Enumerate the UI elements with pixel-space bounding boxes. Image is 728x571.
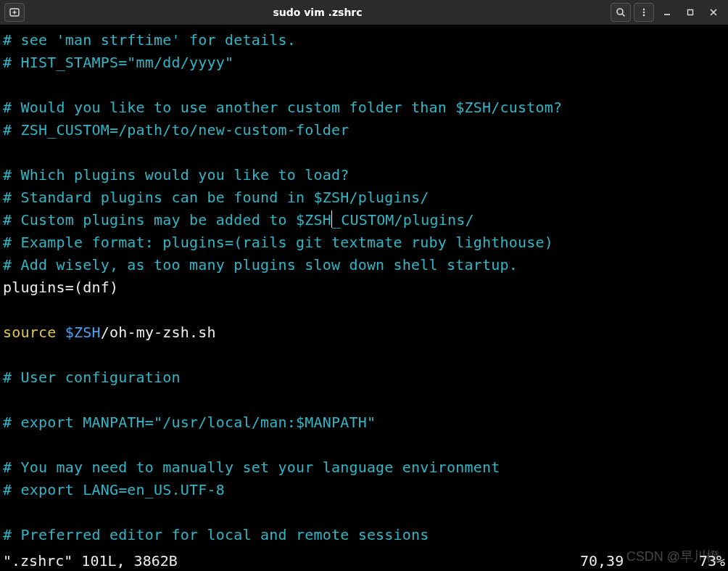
svg-point-7 [643,15,645,17]
editor-line: # Which plugins would you like to load? [3,164,725,186]
maximize-icon [686,8,695,17]
vim-status-bar: ".zshrc" 101L, 3862B 70,39 73% [0,552,728,571]
minimize-icon [663,8,671,17]
editor-line: plugins=(dnf) [3,276,725,299]
editor-line [3,389,725,411]
svg-rect-9 [688,10,693,15]
status-cursor-pos: 70,39 [580,552,682,570]
close-icon [709,8,718,17]
editor-line: source $ZSH/oh-my-zsh.sh [3,321,725,344]
editor-line: # Example format: plugins=(rails git tex… [3,231,725,254]
editor-line [3,74,725,96]
editor-line [3,501,725,524]
svg-point-3 [617,9,623,15]
menu-icon [639,7,649,17]
window-title: sudo vim .zshrc [25,7,611,18]
editor-line: # see 'man strftime' for details. [3,29,725,52]
editor-line [3,141,725,164]
editor-line: # Preferred editor for local and remote … [3,524,725,546]
new-tab-icon [9,7,20,17]
close-button[interactable] [703,3,724,22]
editor-line: # export LANG=en_US.UTF-8 [3,479,725,501]
svg-line-4 [622,14,625,17]
editor-line [3,344,725,366]
editor-line: # Add wisely, as too many plugins slow d… [3,254,725,276]
new-tab-button[interactable] [4,3,25,22]
editor-line [3,434,725,456]
editor-line: # User configuration [3,366,725,389]
terminal-viewport[interactable]: # see 'man strftime' for details.# HIST_… [0,25,728,571]
menu-button[interactable] [634,3,654,22]
editor-line: # HIST_STAMPS="mm/dd/yyyy" [3,52,725,74]
editor-line: # ZSH_CUSTOM=/path/to/new-custom-folder [3,119,725,141]
titlebar: sudo vim .zshrc [0,0,728,25]
search-button[interactable] [611,3,631,22]
editor-line: # You may need to manually set your lang… [3,456,725,479]
editor-line [3,299,725,321]
status-scroll-pct: 73% [682,552,725,570]
svg-point-6 [643,12,645,14]
editor-line: # Would you like to use another custom f… [3,96,725,119]
status-file-info: ".zshrc" 101L, 3862B [3,552,580,570]
editor-line: # export MANPATH="/usr/local/man:$MANPAT… [3,411,725,434]
editor-line: # Custom plugins may be added to $ZSH_CU… [3,209,725,231]
search-icon [616,7,626,17]
maximize-button[interactable] [680,3,700,22]
editor-line: # Standard plugins can be found in $ZSH/… [3,186,725,209]
svg-point-5 [643,9,645,11]
minimize-button[interactable] [657,3,677,22]
